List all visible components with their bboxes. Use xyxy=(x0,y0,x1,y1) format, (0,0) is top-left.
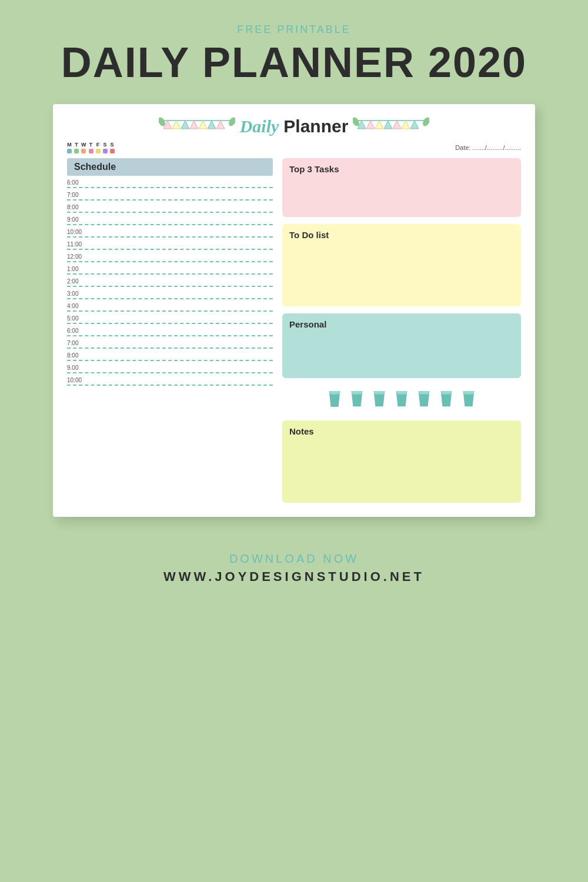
title-row: Daily Planner xyxy=(159,116,430,137)
svg-marker-26 xyxy=(374,391,385,395)
time-slot-2: 7:00 xyxy=(67,192,273,201)
water-cup-4 xyxy=(393,390,410,409)
page-header: FREE PRINTABLE DAILY PLANNER 2020 xyxy=(61,24,527,86)
time-slot-12: 5:00 xyxy=(67,315,273,324)
svg-marker-24 xyxy=(352,391,363,395)
time-slot-3: 8:00 xyxy=(67,204,273,213)
day-dot-t2 xyxy=(89,149,93,153)
main-title: DAILY PLANNER 2020 xyxy=(61,38,527,86)
water-cup-6 xyxy=(438,390,455,409)
svg-marker-15 xyxy=(393,121,401,129)
footer: DOWNLOAD NOW WWW.JOYDESIGNSTUDIO.NET xyxy=(163,552,425,584)
day-dot-m xyxy=(67,149,72,153)
day-dot-s2 xyxy=(110,149,115,153)
day-dot-w xyxy=(81,149,86,153)
water-cup-7 xyxy=(460,390,477,409)
free-printable-label: FREE PRINTABLE xyxy=(61,24,527,36)
svg-marker-14 xyxy=(384,121,392,129)
day-m: M xyxy=(67,142,72,153)
time-slot-5: 10:00 xyxy=(67,229,273,238)
left-banner-icon xyxy=(159,116,235,137)
water-tracker xyxy=(282,385,521,413)
svg-marker-28 xyxy=(396,391,407,395)
svg-marker-17 xyxy=(410,121,419,129)
day-f: F xyxy=(96,142,101,153)
water-cup-2 xyxy=(349,390,365,409)
time-slot-16: 9.00 xyxy=(67,365,273,373)
date-label: Date: ......./........./......... xyxy=(455,144,521,151)
schedule-header: Schedule xyxy=(67,158,273,176)
svg-marker-6 xyxy=(208,121,216,129)
download-label: DOWNLOAD NOW xyxy=(163,552,425,566)
schedule-column: Schedule 6:00 7:00 8:00 9:00 10:00 xyxy=(67,158,273,503)
todo-title: To Do list xyxy=(289,230,514,240)
todo-box: To Do list xyxy=(282,224,521,306)
daily-label: Daily xyxy=(240,116,279,136)
water-cup-5 xyxy=(416,390,432,409)
water-cup-1 xyxy=(326,390,343,409)
svg-marker-2 xyxy=(172,121,181,129)
svg-marker-34 xyxy=(463,391,475,395)
personal-box: Personal xyxy=(282,313,521,378)
card-body: Schedule 6:00 7:00 8:00 9:00 10:00 xyxy=(67,158,521,503)
day-s: S xyxy=(103,142,108,153)
svg-marker-21 xyxy=(329,391,340,395)
time-slot-6: 11:00 xyxy=(67,241,273,250)
svg-point-9 xyxy=(227,116,235,128)
day-dot-s xyxy=(103,149,108,153)
svg-marker-12 xyxy=(366,121,375,129)
day-w: W xyxy=(81,142,86,153)
top3tasks-title: Top 3 Tasks xyxy=(289,164,514,174)
website-label: WWW.JOYDESIGNSTUDIO.NET xyxy=(163,569,425,584)
right-column: Top 3 Tasks To Do list Personal xyxy=(282,158,521,503)
day-s2: S xyxy=(110,142,115,153)
day-t: T xyxy=(74,142,79,153)
svg-marker-32 xyxy=(441,391,452,395)
svg-point-19 xyxy=(422,116,429,128)
day-dot-t xyxy=(74,149,79,153)
time-slot-8: 1:00 xyxy=(67,266,273,275)
personal-title: Personal xyxy=(289,319,514,329)
top3tasks-box: Top 3 Tasks xyxy=(282,158,521,217)
time-slot-14: 7:00 xyxy=(67,340,273,349)
time-slot-15: 8:00 xyxy=(67,352,273,361)
time-slot-11: 4:00 xyxy=(67,303,273,312)
svg-marker-13 xyxy=(375,121,383,129)
time-slot-4: 9:00 xyxy=(67,216,273,225)
svg-marker-7 xyxy=(216,121,225,129)
card-header: Daily Planner M xyxy=(67,116,521,153)
water-cup-3 xyxy=(371,390,387,409)
time-slot-10: 3:00 xyxy=(67,290,273,299)
svg-marker-30 xyxy=(419,391,430,395)
planner-label: Planner xyxy=(283,116,348,136)
planner-card: Daily Planner M xyxy=(53,104,535,517)
time-slot-1: 6:00 xyxy=(67,179,273,188)
time-slot-9: 2:00 xyxy=(67,278,273,287)
day-dot-f xyxy=(96,149,101,153)
time-slot-13: 6:00 xyxy=(67,328,273,336)
time-slot-7: 12:00 xyxy=(67,253,273,262)
svg-marker-16 xyxy=(402,121,410,129)
notes-title: Notes xyxy=(289,426,514,436)
time-slot-17: 10:00 xyxy=(67,377,273,386)
svg-marker-3 xyxy=(181,121,189,129)
svg-marker-5 xyxy=(199,121,207,129)
svg-marker-4 xyxy=(190,121,198,129)
right-banner-icon xyxy=(353,116,429,137)
notes-box: Notes xyxy=(282,420,521,503)
days-row: M T W T F xyxy=(67,142,521,153)
day-t2: T xyxy=(89,142,93,153)
days-letters: M T W T F xyxy=(67,142,115,153)
